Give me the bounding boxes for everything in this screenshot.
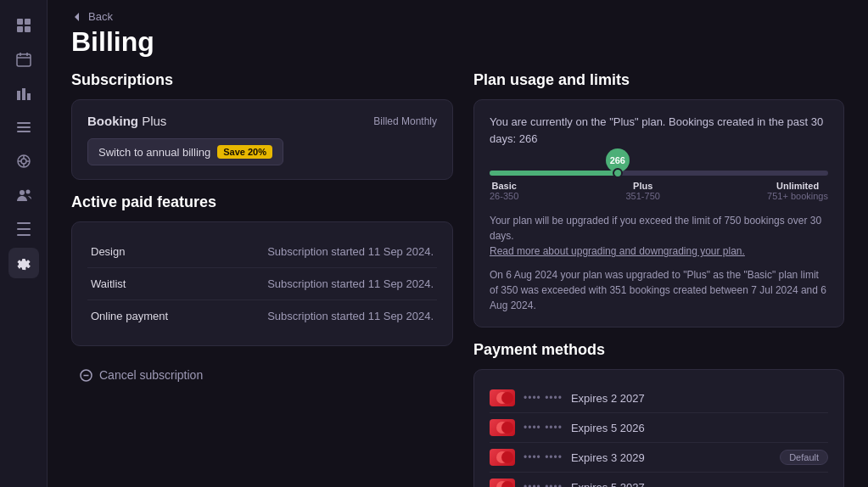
progress-fill (490, 171, 618, 176)
subscription-name: Booking Plus (87, 114, 166, 128)
chart-bar-icon[interactable] (8, 78, 39, 109)
payment-methods-card: •••• •••• Expires 2 2027 •••• •••• Expir… (473, 369, 844, 487)
sidebar (0, 0, 48, 487)
settings-icon[interactable] (8, 248, 39, 278)
active-features-card: Design Subscription started 11 Sep 2024.… (71, 221, 453, 346)
svg-rect-11 (17, 122, 31, 124)
card-expiry: Expires 5 2027 (571, 481, 828, 488)
dashboard-icon[interactable] (8, 10, 39, 41)
graph-icon[interactable] (8, 146, 39, 176)
card-expiry: Expires 2 2027 (571, 392, 828, 405)
plan-usage-card: You are currently on the "Plus" plan. Bo… (473, 99, 844, 327)
progress-track: 266 (490, 171, 828, 176)
users-icon[interactable] (8, 180, 39, 210)
upgrade-note: Your plan will be upgraded if you exceed… (490, 213, 828, 259)
feature-name: Online payment (87, 300, 202, 333)
card-icon (490, 419, 515, 436)
card-icon (490, 389, 515, 406)
payment-row: •••• •••• Expires 3 2029 Default (490, 443, 828, 473)
main-content: Back Billing Subscriptions Booking Plus … (48, 0, 868, 487)
features-table: Design Subscription started 11 Sep 2024.… (87, 236, 437, 332)
history-note: On 6 Aug 2024 your plan was upgraded to … (490, 267, 828, 313)
back-link[interactable]: Back (71, 10, 844, 23)
svg-rect-23 (17, 228, 31, 230)
default-badge: Default (780, 450, 828, 465)
left-column: Subscriptions Booking Plus Billed Monthl… (71, 71, 453, 487)
feature-row: Waitlist Subscription started 11 Sep 202… (87, 268, 437, 300)
feature-subscription: Subscription started 11 Sep 2024. (202, 300, 437, 333)
billed-badge: Billed Monthly (373, 115, 437, 127)
svg-point-15 (21, 159, 26, 164)
page-title: Billing (71, 26, 844, 58)
svg-rect-12 (17, 126, 31, 128)
calendar-icon[interactable] (8, 44, 39, 75)
progress-labels: Basic26-350Plus351-750Unlimited751+ book… (490, 181, 828, 201)
cancel-icon (80, 369, 92, 382)
svg-rect-22 (17, 222, 31, 224)
plan-info-text: You are currently on the "Plus" plan. Bo… (490, 114, 828, 147)
feature-row: Design Subscription started 11 Sep 2024. (87, 236, 437, 268)
analytics-icon[interactable] (8, 214, 39, 244)
svg-point-20 (20, 190, 25, 195)
svg-rect-3 (25, 26, 31, 32)
svg-rect-13 (17, 131, 31, 132)
progress-area: 266 Basic26-350Plus351-750Unlimited751+ … (490, 171, 828, 201)
payment-row: •••• •••• Expires 2 2027 (490, 383, 828, 413)
feature-name: Design (87, 236, 202, 268)
payment-methods-title: Payment methods (473, 341, 844, 359)
feature-name: Waitlist (87, 268, 202, 300)
subscription-header: Booking Plus Billed Monthly (87, 114, 437, 128)
upgrade-link[interactable]: Read more about upgrading and downgradin… (490, 245, 745, 257)
card-icon (490, 449, 515, 466)
svg-rect-1 (25, 19, 31, 25)
progress-dot (613, 168, 623, 178)
back-label: Back (88, 10, 113, 23)
switch-annual-button[interactable]: Switch to annual billing Save 20% (87, 138, 283, 165)
back-arrow-icon (71, 11, 83, 23)
feature-subscription: Subscription started 11 Sep 2024. (202, 268, 437, 300)
right-column: Plan usage and limits You are currently … (473, 71, 844, 487)
list-icon[interactable] (8, 112, 39, 143)
tier-label: Basic26-350 (490, 181, 518, 201)
feature-subscription: Subscription started 11 Sep 2024. (202, 236, 437, 268)
plan-usage-title: Plan usage and limits (473, 71, 844, 89)
svg-point-21 (25, 190, 30, 194)
subscription-card: Booking Plus Billed Monthly Switch to an… (71, 99, 453, 180)
svg-rect-10 (27, 93, 31, 100)
svg-rect-24 (17, 234, 31, 236)
cancel-subscription-button[interactable]: Cancel subscription (71, 360, 211, 390)
switch-annual-label: Switch to annual billing (98, 146, 210, 159)
payment-row: •••• •••• Expires 5 2027 (490, 473, 828, 487)
tier-label: Unlimited751+ bookings (767, 181, 828, 201)
subscriptions-title: Subscriptions (71, 71, 453, 89)
card-expiry: Expires 5 2026 (571, 422, 828, 434)
svg-rect-4 (17, 54, 31, 66)
card-dots: •••• •••• (524, 451, 563, 463)
save-badge: Save 20% (217, 145, 272, 159)
feature-row: Online payment Subscription started 11 S… (87, 300, 437, 333)
cancel-label: Cancel subscription (99, 368, 203, 382)
card-dots: •••• •••• (524, 392, 563, 404)
annual-switch-row: Switch to annual billing Save 20% (87, 138, 437, 165)
card-expiry: Expires 3 2029 (571, 451, 771, 464)
card-dots: •••• •••• (524, 481, 563, 487)
card-icon (490, 479, 515, 487)
card-dots: •••• •••• (524, 422, 563, 434)
svg-rect-2 (17, 26, 23, 32)
svg-rect-8 (17, 91, 20, 100)
tier-label: Plus351-750 (626, 181, 660, 201)
svg-rect-9 (22, 88, 25, 100)
active-features-title: Active paid features (71, 193, 453, 211)
svg-rect-0 (17, 19, 23, 25)
payment-row: •••• •••• Expires 5 2026 (490, 413, 828, 443)
